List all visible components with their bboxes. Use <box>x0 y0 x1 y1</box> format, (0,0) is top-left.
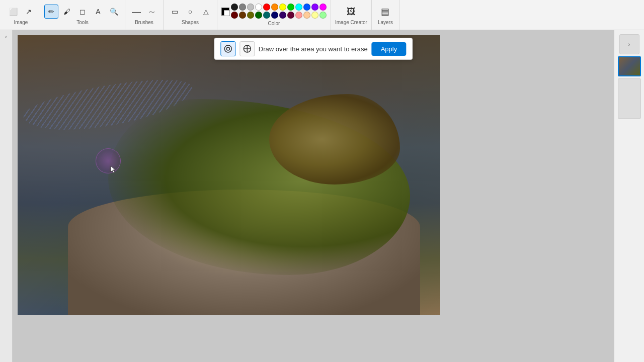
image-creator-btn[interactable]: 🖼 <box>344 5 358 19</box>
color-swatch[interactable] <box>279 4 286 11</box>
brush-style-1[interactable]: — <box>129 5 143 19</box>
color-swatch[interactable] <box>295 4 302 11</box>
color-swatch[interactable] <box>311 4 318 11</box>
erase-instruction: Draw over the area you want to erase <box>259 45 368 53</box>
color-swatch[interactable] <box>279 12 286 19</box>
toolbar-group-image-creator: 🖼 Image Creator <box>331 0 372 30</box>
left-sidebar: ‹ <box>0 30 13 362</box>
toolbar-group-color: Color <box>217 0 331 30</box>
color-swatch[interactable] <box>255 12 262 19</box>
image-creator-label: Image Creator <box>335 20 367 25</box>
color-swatch[interactable] <box>287 12 294 19</box>
color-swatch[interactable] <box>311 12 318 19</box>
brush-style-2[interactable]: ～ <box>145 5 159 19</box>
color-swatch[interactable] <box>295 12 302 19</box>
brush-cursor <box>96 148 121 173</box>
color-swatch[interactable] <box>319 12 327 19</box>
color-swatch[interactable] <box>263 12 270 19</box>
color-swatch[interactable] <box>263 4 270 11</box>
color-swatch[interactable] <box>319 4 327 11</box>
erase-mode-draw-btn[interactable] <box>220 41 235 56</box>
layers-btn[interactable]: ▤ <box>378 5 392 19</box>
toolbar-group-shapes: ▭ ○ △ Shapes <box>164 0 217 30</box>
eraser-tool-btn[interactable]: ◻ <box>75 5 90 19</box>
image-button-1[interactable]: ⬜ <box>6 5 20 19</box>
svg-point-0 <box>224 45 231 52</box>
tools-label: Tools <box>76 20 88 25</box>
layer-thumbnail[interactable] <box>618 56 641 76</box>
color-swatch[interactable] <box>231 12 238 19</box>
shape-circle[interactable]: ○ <box>183 5 197 19</box>
color-swatch[interactable] <box>287 4 294 11</box>
color-swatch[interactable] <box>247 4 254 11</box>
image-button-2[interactable]: ↗ <box>22 5 36 19</box>
color-swatch[interactable] <box>239 12 246 19</box>
toolbar-group-layers: ▤ Layers <box>372 0 399 30</box>
right-panel: › <box>614 30 644 362</box>
erase-toolbar: Draw over the area you want to erase App… <box>214 38 413 60</box>
shape-triangle[interactable]: △ <box>199 5 213 19</box>
color-swatch[interactable] <box>303 4 310 11</box>
color-swatch[interactable] <box>231 4 238 11</box>
text-tool-btn[interactable]: A <box>91 5 105 19</box>
erase-mode-select-btn[interactable] <box>239 41 255 56</box>
toolbar-group-tools: ✏ 🖌 ◻ A 🔍 Tools <box>40 0 125 30</box>
svg-point-1 <box>226 47 229 50</box>
brush-tool-btn[interactable]: 🖌 <box>60 5 74 19</box>
toolbar-group-brushes: — ～ Brushes <box>125 0 164 30</box>
color-label: Color <box>268 21 280 26</box>
color-swatch[interactable] <box>271 4 278 11</box>
layers-label: Layers <box>378 20 393 25</box>
canvas-area[interactable]: Draw over the area you want to erase App… <box>13 30 614 362</box>
brushes-label: Brushes <box>135 20 153 25</box>
foreground-color[interactable] <box>221 8 229 16</box>
mouse-cursor <box>110 165 117 174</box>
toolbar: ⬜ ↗ Image ✏ 🖌 ◻ A 🔍 Tools — ～ Brushes ▭ … <box>0 0 644 30</box>
color-swatch[interactable] <box>239 4 246 11</box>
toolbar-group-image: ⬜ ↗ Image <box>2 0 40 30</box>
sidebar-collapse-btn[interactable]: ‹ <box>2 32 11 41</box>
pencil-tool-btn[interactable]: ✏ <box>44 5 58 19</box>
magnify-tool-btn[interactable]: 🔍 <box>107 5 121 19</box>
shape-rect[interactable]: ▭ <box>168 5 182 19</box>
right-collapse-btn[interactable]: › <box>619 34 639 54</box>
canvas-container <box>18 35 440 315</box>
main-area: ‹ Draw over the area you want to erase A… <box>0 30 644 362</box>
color-swatch[interactable] <box>303 12 310 19</box>
color-swatch[interactable] <box>255 4 262 11</box>
shapes-label: Shapes <box>182 20 199 25</box>
color-swatch[interactable] <box>247 12 254 19</box>
right-scrollbar-area <box>618 78 641 119</box>
color-swatch[interactable] <box>271 12 278 19</box>
apply-button[interactable]: Apply <box>372 42 407 56</box>
image-label: Image <box>14 20 28 25</box>
canvas-image[interactable] <box>18 35 440 315</box>
